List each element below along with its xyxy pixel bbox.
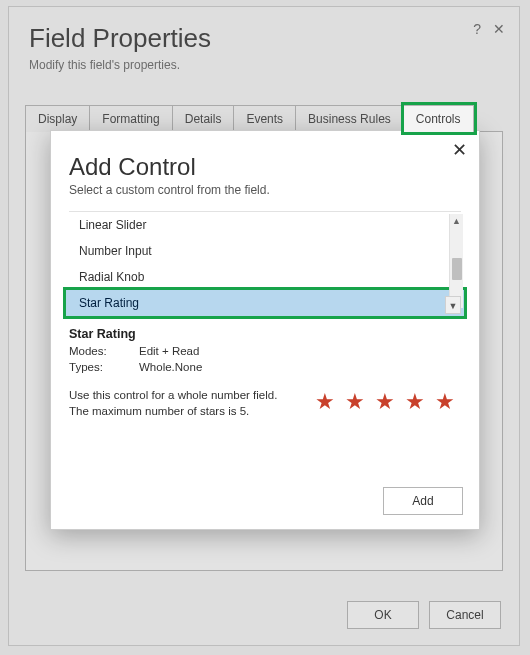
list-item[interactable]: Radial Knob bbox=[69, 264, 461, 290]
list-item-selected[interactable]: Star Rating bbox=[66, 290, 464, 316]
modal-close-icon[interactable]: ✕ bbox=[452, 141, 467, 159]
tab-business-rules[interactable]: Business Rules bbox=[296, 105, 404, 132]
star-icon: ★ bbox=[435, 389, 455, 415]
modal-subtitle: Select a custom control from the field. bbox=[69, 183, 461, 197]
control-listbox[interactable]: Linear Slider Number Input Radial Knob S… bbox=[69, 211, 461, 311]
desc-line: Use this control for a whole number fiel… bbox=[69, 387, 289, 403]
tab-controls[interactable]: Controls bbox=[404, 105, 474, 132]
star-icon: ★ bbox=[405, 389, 425, 415]
star-icon: ★ bbox=[345, 389, 365, 415]
list-item[interactable]: Linear Slider bbox=[69, 212, 461, 238]
types-label: Types: bbox=[69, 361, 139, 373]
control-description: Use this control for a whole number fiel… bbox=[69, 387, 289, 419]
listbox-scrollbar[interactable]: ▲ bbox=[449, 214, 463, 308]
add-button[interactable]: Add bbox=[383, 487, 463, 515]
tab-formatting[interactable]: Formatting bbox=[90, 105, 172, 132]
modes-value: Edit + Read bbox=[139, 345, 199, 357]
star-icon: ★ bbox=[315, 389, 335, 415]
scroll-up-icon[interactable]: ▲ bbox=[450, 214, 463, 228]
tab-display[interactable]: Display bbox=[25, 105, 90, 132]
list-item[interactable]: Number Input bbox=[69, 238, 461, 264]
chevron-down-icon[interactable]: ▼ bbox=[445, 296, 461, 314]
dialog-subtitle: Modify this field's properties. bbox=[29, 58, 499, 72]
add-control-modal: ✕ Add Control Select a custom control fr… bbox=[50, 130, 480, 530]
dialog-title: Field Properties bbox=[29, 23, 499, 54]
detail-name: Star Rating bbox=[69, 327, 461, 341]
ok-button[interactable]: OK bbox=[347, 601, 419, 629]
tab-events[interactable]: Events bbox=[234, 105, 296, 132]
star-rating-preview: ★ ★ ★ ★ ★ bbox=[315, 389, 455, 415]
tab-strip: Display Formatting Details Events Busine… bbox=[25, 104, 503, 131]
scroll-thumb[interactable] bbox=[452, 258, 462, 280]
modes-label: Modes: bbox=[69, 345, 139, 357]
tab-details[interactable]: Details bbox=[173, 105, 235, 132]
help-icon[interactable]: ? bbox=[473, 21, 481, 37]
types-value: Whole.None bbox=[139, 361, 202, 373]
modal-title: Add Control bbox=[69, 153, 461, 181]
cancel-button[interactable]: Cancel bbox=[429, 601, 501, 629]
close-icon[interactable]: ✕ bbox=[493, 21, 505, 37]
desc-line: The maximum number of stars is 5. bbox=[69, 403, 289, 419]
star-icon: ★ bbox=[375, 389, 395, 415]
